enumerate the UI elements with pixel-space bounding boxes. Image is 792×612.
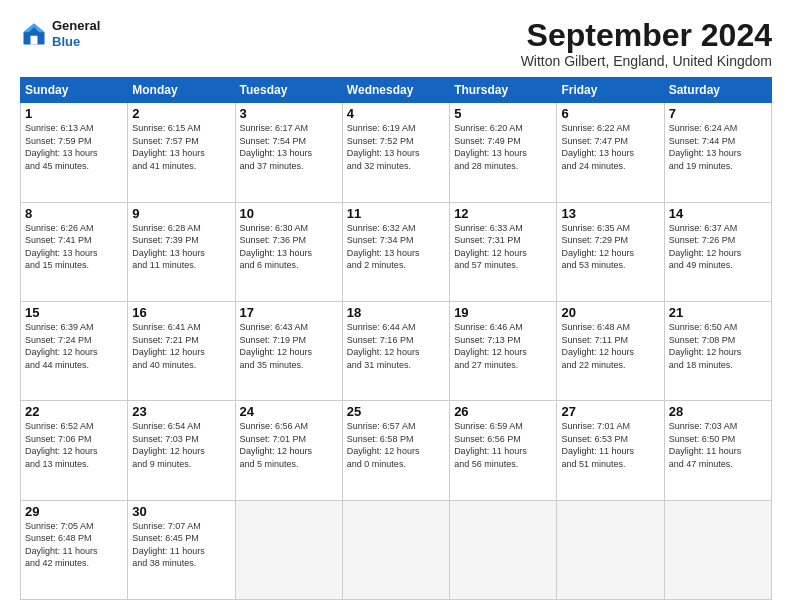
day-number: 17 — [240, 305, 338, 320]
table-row: 28Sunrise: 7:03 AM Sunset: 6:50 PM Dayli… — [664, 401, 771, 500]
day-info: Sunrise: 6:52 AM Sunset: 7:06 PM Dayligh… — [25, 420, 123, 470]
table-row: 12Sunrise: 6:33 AM Sunset: 7:31 PM Dayli… — [450, 202, 557, 301]
col-wednesday: Wednesday — [342, 78, 449, 103]
table-row — [557, 500, 664, 599]
svg-rect-2 — [31, 35, 38, 44]
day-info: Sunrise: 6:30 AM Sunset: 7:36 PM Dayligh… — [240, 222, 338, 272]
table-row: 13Sunrise: 6:35 AM Sunset: 7:29 PM Dayli… — [557, 202, 664, 301]
table-row: 21Sunrise: 6:50 AM Sunset: 7:08 PM Dayli… — [664, 301, 771, 400]
logo: General Blue — [20, 18, 100, 49]
day-number: 7 — [669, 106, 767, 121]
day-info: Sunrise: 6:33 AM Sunset: 7:31 PM Dayligh… — [454, 222, 552, 272]
day-number: 9 — [132, 206, 230, 221]
logo-general: General — [52, 18, 100, 34]
page: General Blue September 2024 Witton Gilbe… — [0, 0, 792, 612]
day-info: Sunrise: 6:43 AM Sunset: 7:19 PM Dayligh… — [240, 321, 338, 371]
day-number: 6 — [561, 106, 659, 121]
logo-text: General Blue — [52, 18, 100, 49]
table-row — [235, 500, 342, 599]
calendar-week-row: 22Sunrise: 6:52 AM Sunset: 7:06 PM Dayli… — [21, 401, 772, 500]
day-number: 28 — [669, 404, 767, 419]
table-row: 18Sunrise: 6:44 AM Sunset: 7:16 PM Dayli… — [342, 301, 449, 400]
day-number: 11 — [347, 206, 445, 221]
day-info: Sunrise: 7:01 AM Sunset: 6:53 PM Dayligh… — [561, 420, 659, 470]
calendar-table: Sunday Monday Tuesday Wednesday Thursday… — [20, 77, 772, 600]
month-title: September 2024 — [521, 18, 772, 53]
day-info: Sunrise: 6:37 AM Sunset: 7:26 PM Dayligh… — [669, 222, 767, 272]
day-info: Sunrise: 6:41 AM Sunset: 7:21 PM Dayligh… — [132, 321, 230, 371]
day-number: 26 — [454, 404, 552, 419]
table-row: 5Sunrise: 6:20 AM Sunset: 7:49 PM Daylig… — [450, 103, 557, 202]
table-row: 1Sunrise: 6:13 AM Sunset: 7:59 PM Daylig… — [21, 103, 128, 202]
day-number: 25 — [347, 404, 445, 419]
calendar-week-row: 29Sunrise: 7:05 AM Sunset: 6:48 PM Dayli… — [21, 500, 772, 599]
table-row: 16Sunrise: 6:41 AM Sunset: 7:21 PM Dayli… — [128, 301, 235, 400]
calendar-header-row: Sunday Monday Tuesday Wednesday Thursday… — [21, 78, 772, 103]
day-info: Sunrise: 7:03 AM Sunset: 6:50 PM Dayligh… — [669, 420, 767, 470]
day-number: 20 — [561, 305, 659, 320]
col-saturday: Saturday — [664, 78, 771, 103]
day-number: 16 — [132, 305, 230, 320]
day-info: Sunrise: 6:13 AM Sunset: 7:59 PM Dayligh… — [25, 122, 123, 172]
day-number: 23 — [132, 404, 230, 419]
day-number: 19 — [454, 305, 552, 320]
table-row — [664, 500, 771, 599]
table-row: 14Sunrise: 6:37 AM Sunset: 7:26 PM Dayli… — [664, 202, 771, 301]
day-info: Sunrise: 6:22 AM Sunset: 7:47 PM Dayligh… — [561, 122, 659, 172]
day-number: 21 — [669, 305, 767, 320]
day-info: Sunrise: 6:19 AM Sunset: 7:52 PM Dayligh… — [347, 122, 445, 172]
table-row: 3Sunrise: 6:17 AM Sunset: 7:54 PM Daylig… — [235, 103, 342, 202]
day-number: 3 — [240, 106, 338, 121]
table-row: 10Sunrise: 6:30 AM Sunset: 7:36 PM Dayli… — [235, 202, 342, 301]
day-number: 1 — [25, 106, 123, 121]
day-number: 12 — [454, 206, 552, 221]
table-row: 11Sunrise: 6:32 AM Sunset: 7:34 PM Dayli… — [342, 202, 449, 301]
day-number: 4 — [347, 106, 445, 121]
day-info: Sunrise: 6:15 AM Sunset: 7:57 PM Dayligh… — [132, 122, 230, 172]
day-number: 18 — [347, 305, 445, 320]
table-row: 7Sunrise: 6:24 AM Sunset: 7:44 PM Daylig… — [664, 103, 771, 202]
day-number: 13 — [561, 206, 659, 221]
day-number: 5 — [454, 106, 552, 121]
col-monday: Monday — [128, 78, 235, 103]
table-row: 15Sunrise: 6:39 AM Sunset: 7:24 PM Dayli… — [21, 301, 128, 400]
day-info: Sunrise: 6:28 AM Sunset: 7:39 PM Dayligh… — [132, 222, 230, 272]
day-number: 30 — [132, 504, 230, 519]
table-row: 25Sunrise: 6:57 AM Sunset: 6:58 PM Dayli… — [342, 401, 449, 500]
calendar-week-row: 15Sunrise: 6:39 AM Sunset: 7:24 PM Dayli… — [21, 301, 772, 400]
title-block: September 2024 Witton Gilbert, England, … — [521, 18, 772, 69]
table-row: 19Sunrise: 6:46 AM Sunset: 7:13 PM Dayli… — [450, 301, 557, 400]
day-number: 2 — [132, 106, 230, 121]
calendar-week-row: 8Sunrise: 6:26 AM Sunset: 7:41 PM Daylig… — [21, 202, 772, 301]
day-info: Sunrise: 6:48 AM Sunset: 7:11 PM Dayligh… — [561, 321, 659, 371]
table-row: 30Sunrise: 7:07 AM Sunset: 6:45 PM Dayli… — [128, 500, 235, 599]
day-info: Sunrise: 7:07 AM Sunset: 6:45 PM Dayligh… — [132, 520, 230, 570]
day-info: Sunrise: 6:46 AM Sunset: 7:13 PM Dayligh… — [454, 321, 552, 371]
table-row: 2Sunrise: 6:15 AM Sunset: 7:57 PM Daylig… — [128, 103, 235, 202]
day-info: Sunrise: 6:54 AM Sunset: 7:03 PM Dayligh… — [132, 420, 230, 470]
day-info: Sunrise: 6:50 AM Sunset: 7:08 PM Dayligh… — [669, 321, 767, 371]
day-info: Sunrise: 6:24 AM Sunset: 7:44 PM Dayligh… — [669, 122, 767, 172]
table-row: 4Sunrise: 6:19 AM Sunset: 7:52 PM Daylig… — [342, 103, 449, 202]
day-info: Sunrise: 6:57 AM Sunset: 6:58 PM Dayligh… — [347, 420, 445, 470]
table-row — [450, 500, 557, 599]
table-row: 22Sunrise: 6:52 AM Sunset: 7:06 PM Dayli… — [21, 401, 128, 500]
table-row: 9Sunrise: 6:28 AM Sunset: 7:39 PM Daylig… — [128, 202, 235, 301]
day-info: Sunrise: 6:20 AM Sunset: 7:49 PM Dayligh… — [454, 122, 552, 172]
col-sunday: Sunday — [21, 78, 128, 103]
subtitle: Witton Gilbert, England, United Kingdom — [521, 53, 772, 69]
table-row: 29Sunrise: 7:05 AM Sunset: 6:48 PM Dayli… — [21, 500, 128, 599]
calendar-week-row: 1Sunrise: 6:13 AM Sunset: 7:59 PM Daylig… — [21, 103, 772, 202]
table-row: 27Sunrise: 7:01 AM Sunset: 6:53 PM Dayli… — [557, 401, 664, 500]
table-row: 8Sunrise: 6:26 AM Sunset: 7:41 PM Daylig… — [21, 202, 128, 301]
table-row: 20Sunrise: 6:48 AM Sunset: 7:11 PM Dayli… — [557, 301, 664, 400]
col-tuesday: Tuesday — [235, 78, 342, 103]
col-friday: Friday — [557, 78, 664, 103]
day-info: Sunrise: 6:44 AM Sunset: 7:16 PM Dayligh… — [347, 321, 445, 371]
day-number: 24 — [240, 404, 338, 419]
day-number: 8 — [25, 206, 123, 221]
day-number: 29 — [25, 504, 123, 519]
day-info: Sunrise: 6:32 AM Sunset: 7:34 PM Dayligh… — [347, 222, 445, 272]
col-thursday: Thursday — [450, 78, 557, 103]
day-number: 22 — [25, 404, 123, 419]
